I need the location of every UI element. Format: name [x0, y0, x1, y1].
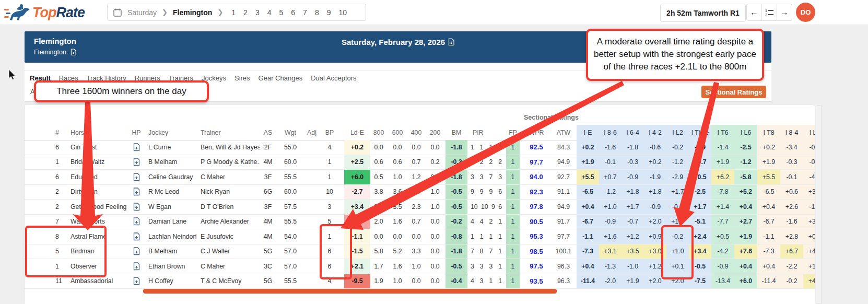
column-header-s200[interactable]: 200	[426, 125, 444, 140]
race-number-8[interactable]: 8	[315, 8, 319, 17]
cell-hp[interactable]	[130, 215, 143, 229]
cell-s800: 2.0	[369, 215, 388, 229]
race-number-2[interactable]: 2	[243, 8, 248, 17]
cell-iT6: +1.4	[711, 200, 734, 214]
column-header-bp[interactable]: BP	[320, 125, 339, 140]
cell-s800: 1.7	[369, 259, 388, 274]
cell-as: 4M	[261, 155, 275, 170]
horse-profile-document-icon[interactable]	[133, 203, 140, 211]
column-header-iL6[interactable]: I L6	[734, 125, 757, 140]
cell-hp[interactable]	[130, 229, 143, 244]
document-icon[interactable]	[71, 49, 76, 56]
horse-profile-document-icon[interactable]	[133, 173, 140, 181]
cell-hp[interactable]	[130, 244, 143, 259]
horse-profile-document-icon[interactable]	[133, 247, 140, 255]
column-header-iL4[interactable]: I L4	[803, 125, 815, 140]
column-header-wgt[interactable]: Wgt	[278, 125, 302, 140]
tab-sires[interactable]: Sires	[234, 74, 250, 82]
race-number-7[interactable]: 7	[303, 8, 307, 17]
horse-profile-document-icon[interactable]	[133, 143, 140, 151]
cell-num: 2	[49, 185, 67, 200]
column-header-horse[interactable]: Horse	[67, 125, 130, 140]
race-number-1[interactable]: 1	[231, 8, 236, 17]
cell-adj	[303, 200, 320, 214]
cell-hp[interactable]	[130, 274, 143, 289]
cell-hp[interactable]	[130, 200, 143, 214]
document-icon[interactable]	[448, 38, 454, 46]
column-header-jockey[interactable]: Jockey	[144, 125, 196, 140]
column-header-i86[interactable]: I 8-6	[599, 125, 621, 140]
race-list-button[interactable]: 1 2	[761, 4, 777, 21]
cell-hp[interactable]	[130, 185, 143, 200]
cell-hp[interactable]	[130, 170, 143, 184]
breadcrumb-track[interactable]: Flemington	[173, 8, 212, 17]
next-race-button[interactable]: 2h 52m Tamworth R1	[660, 4, 746, 22]
cell-hp[interactable]	[130, 140, 143, 155]
next-race-nav-button[interactable]: →	[777, 4, 792, 21]
cell-s800: 3.8	[369, 185, 388, 200]
column-header-iL2[interactable]: I L2	[666, 125, 689, 140]
column-header-atw[interactable]: ATW	[552, 125, 575, 140]
column-header-as[interactable]: AS	[261, 125, 275, 140]
cell-iTime: +0.5	[689, 170, 711, 184]
column-header-i42[interactable]: I 4-2	[644, 125, 666, 140]
column-header-s800[interactable]: 800	[369, 125, 388, 140]
prev-race-button[interactable]: ←	[746, 4, 762, 21]
user-avatar[interactable]: DO	[796, 3, 815, 22]
cell-horse[interactable]: Educated	[67, 170, 130, 184]
cell-i64: -1.8	[621, 140, 644, 155]
horse-profile-document-icon[interactable]	[133, 158, 140, 166]
tab-gear-changes[interactable]: Gear Changes	[259, 74, 303, 82]
horse-profile-document-icon[interactable]	[133, 277, 140, 285]
cell-iL2: -0.4	[666, 200, 689, 214]
column-header-iT6[interactable]: I T6	[711, 125, 734, 140]
vertical-scrollbar[interactable]	[816, 105, 822, 304]
horse-profile-document-icon[interactable]	[133, 232, 140, 241]
column-header-num[interactable]: #	[49, 125, 67, 140]
cell-bm: -1.8	[445, 170, 467, 184]
cell-iL6: +5.2	[734, 185, 757, 200]
column-header-bm[interactable]: BM	[445, 125, 467, 140]
cell-hp[interactable]	[130, 155, 143, 170]
column-header-s600[interactable]: 600	[388, 125, 407, 140]
column-header-i84[interactable]: I 8-4	[780, 125, 803, 140]
cell-iTime: +0.7	[689, 155, 711, 170]
pir-value: 3	[480, 277, 484, 285]
app-logo[interactable]: TopRate	[4, 2, 85, 23]
sectional-ratings-button[interactable]: Sectional Ratings	[701, 86, 766, 98]
column-header-iTime[interactable]: I Time	[689, 125, 711, 140]
column-header-i64[interactable]: I 6-4	[621, 125, 644, 140]
race-number-3[interactable]: 3	[255, 8, 260, 17]
cell-horse[interactable]: Gin Twist	[67, 140, 130, 155]
column-header-ldE[interactable]: Ld-E	[344, 125, 370, 140]
race-number-6[interactable]: 6	[291, 8, 295, 17]
horse-profile-document-icon[interactable]	[133, 188, 140, 196]
column-header-fp[interactable]: FP	[506, 125, 520, 140]
column-header-iT8[interactable]: I T8	[757, 125, 780, 140]
cell-horse[interactable]: Bridal Waltz	[67, 155, 130, 170]
column-header-hp[interactable]: HP	[130, 125, 143, 140]
cell-hp[interactable]	[130, 259, 143, 274]
cell-bm: -0.5	[445, 259, 467, 274]
column-header-iE[interactable]: I-E	[577, 125, 599, 140]
breadcrumb: Saturday ❯ Flemington ❯ 12345678910	[107, 4, 366, 21]
race-number-9[interactable]: 9	[327, 8, 331, 17]
horse-profile-document-icon[interactable]	[133, 217, 140, 226]
column-header-trainer[interactable]: Trainer	[197, 125, 260, 140]
race-number-10[interactable]: 10	[338, 8, 347, 17]
tab-dual-acceptors[interactable]: Dual Acceptors	[311, 74, 356, 82]
column-header-adj[interactable]: Adj	[303, 125, 320, 140]
cell-s600: 5.2	[388, 244, 407, 259]
cell-horse[interactable]: Dirty Grin	[67, 185, 130, 200]
breadcrumb-day[interactable]: Saturday	[127, 8, 157, 17]
column-header-wpr[interactable]: WPR	[523, 125, 550, 140]
race-number-4[interactable]: 4	[267, 8, 272, 17]
horse-profile-document-icon[interactable]	[133, 262, 140, 271]
race-number-5[interactable]: 5	[279, 8, 283, 17]
calendar-icon[interactable]	[113, 8, 122, 17]
cell-horse[interactable]: Getta Good Feeling	[67, 200, 130, 214]
column-header-pir[interactable]: PIR	[468, 125, 504, 140]
column-header-s400[interactable]: 400	[407, 125, 426, 140]
cell-adj	[303, 244, 320, 259]
cell-s400: 0.7	[407, 215, 426, 229]
